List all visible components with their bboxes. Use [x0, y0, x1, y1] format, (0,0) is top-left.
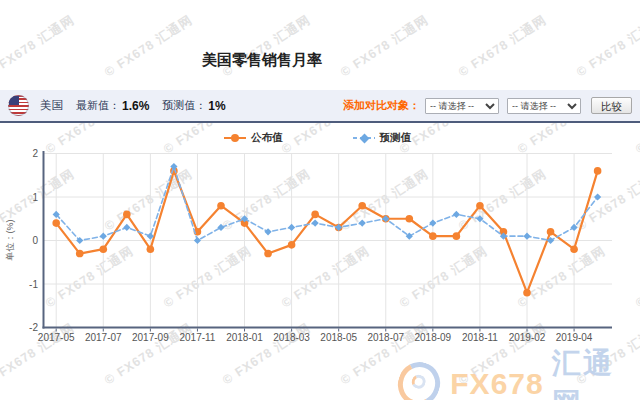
- page-title: 美国零售销售月率: [0, 51, 524, 70]
- svg-text:2018-05: 2018-05: [320, 332, 357, 343]
- svg-text:-1: -1: [29, 279, 38, 290]
- svg-text:1: 1: [32, 192, 38, 203]
- legend-label: 公布值: [251, 131, 283, 145]
- svg-text:-2: -2: [29, 322, 38, 333]
- forecast-value-label: 预测值：: [162, 98, 206, 113]
- svg-text:2017-05: 2017-05: [38, 332, 75, 343]
- latest-value-label: 最新值：: [76, 98, 120, 113]
- legend-item-published[interactable]: 公布值: [224, 131, 283, 145]
- us-flag-icon: [8, 95, 29, 116]
- legend-label: 预测值: [380, 131, 412, 145]
- compare-button[interactable]: 比较: [591, 97, 632, 114]
- svg-text:2018-03: 2018-03: [273, 332, 310, 343]
- legend-item-forecast[interactable]: 预测值: [353, 131, 412, 145]
- forecast-line-icon: [353, 137, 375, 139]
- svg-text:2019-02: 2019-02: [509, 332, 546, 343]
- svg-text:2018-07: 2018-07: [367, 332, 404, 343]
- svg-text:2019-04: 2019-04: [556, 332, 593, 343]
- svg-text:2017-11: 2017-11: [179, 332, 215, 343]
- published-line-icon: [224, 137, 246, 139]
- svg-text:2018-11: 2018-11: [462, 332, 498, 343]
- info-bar: 美国 最新值： 1.6% 预测值： 1% 添加对比对象： -- 请选择 -- -…: [0, 90, 640, 123]
- add-compare-label: 添加对比对象：: [343, 98, 420, 113]
- forecast-value: 1%: [208, 99, 225, 113]
- latest-value: 1.6%: [122, 99, 149, 113]
- svg-text:单位：(%): 单位：(%): [5, 220, 15, 261]
- svg-text:0: 0: [32, 235, 38, 246]
- svg-text:2018-01: 2018-01: [226, 332, 263, 343]
- compare-select-1[interactable]: -- 请选择 --: [425, 98, 499, 114]
- svg-text:2: 2: [32, 148, 38, 159]
- country-label: 美国: [40, 98, 63, 113]
- chart-legend: 公布值 预测值: [224, 131, 411, 145]
- svg-text:2018-09: 2018-09: [414, 332, 451, 343]
- svg-text:2017-07: 2017-07: [85, 332, 122, 343]
- svg-text:2017-09: 2017-09: [132, 332, 169, 343]
- compare-select-2[interactable]: -- 请选择 --: [507, 98, 581, 114]
